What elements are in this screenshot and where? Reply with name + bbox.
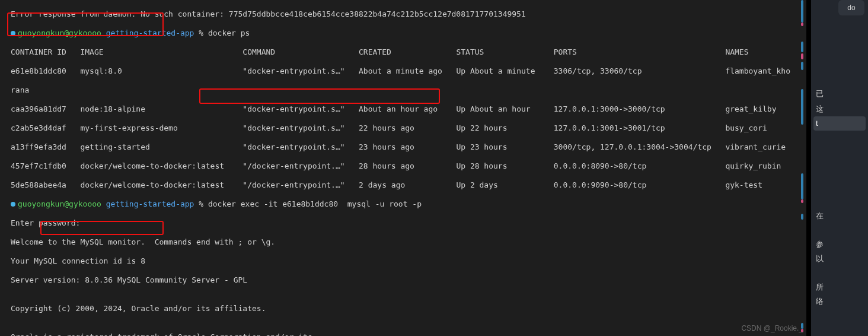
minimap-seg xyxy=(801,173,803,199)
table-row: caa396a81dd7 node:18-alpine "docker-entr… xyxy=(11,104,806,114)
daemon-error: Error response from daemon: No such cont… xyxy=(11,9,806,19)
minimap-seg xyxy=(801,53,803,59)
tab-item[interactable]: 以 xyxy=(813,252,866,266)
tab-button-do[interactable]: do xyxy=(838,0,864,15)
minimap-seg xyxy=(801,42,803,52)
table-row: e61e8b1ddc80 mysql:8.0 "docker-entrypoin… xyxy=(11,66,806,76)
tab-item[interactable]: 所 xyxy=(813,280,866,294)
prompt-docker-exec: guoyongkun@gykoooo getting-started-app %… xyxy=(11,199,806,209)
prompt-docker-ps: guoyongkun@gykoooo getting-started-app %… xyxy=(11,28,806,38)
tab-item[interactable]: 参 xyxy=(813,237,866,252)
table-row: a13ff9efa3dd getting-started "docker-ent… xyxy=(11,142,806,152)
mysql-out: Copyright (c) 2000, 2024, Oracle and/or … xyxy=(11,304,806,313)
tab-item[interactable]: 已 xyxy=(813,87,866,101)
minimap-seg xyxy=(801,23,803,26)
tab-item[interactable]: 在 xyxy=(813,209,866,223)
minimap-seg xyxy=(801,214,803,220)
table-row: c2ab5e3d4daf my-first-express-demo "dock… xyxy=(11,123,806,133)
minimap-seg xyxy=(801,89,803,125)
mysql-out: Oracle is a registered trademark of Orac… xyxy=(11,332,806,336)
tab-item[interactable]: 络 xyxy=(813,294,866,309)
tab-item[interactable]: 这 xyxy=(813,102,866,116)
watermark: CSDN @_Rookie._ xyxy=(741,324,803,332)
right-tab-strip: do 已 这 t 在 参 以 所 络 xyxy=(811,0,868,336)
mysql-out: Welcome to the MySQL monitor. Commands e… xyxy=(11,237,806,247)
table-row: 457ef7c1fdb0 docker/welcome-to-docker:la… xyxy=(11,161,806,171)
mysql-out: Your MySQL connection id is 8 xyxy=(11,256,806,266)
table-row: 5de588abee4a docker/welcome-to-docker:la… xyxy=(11,180,806,190)
mysql-out: Server version: 8.0.36 MySQL Community S… xyxy=(11,275,806,285)
terminal-pane[interactable]: Error response from daemon: No such cont… xyxy=(0,0,806,336)
minimap-column[interactable] xyxy=(799,0,806,336)
minimap-seg xyxy=(801,62,803,70)
mysql-out: Enter password: xyxy=(11,218,806,228)
ps-header: CONTAINER ID IMAGE COMMAND CREATED STATU… xyxy=(11,47,806,57)
tab-item-active[interactable]: t xyxy=(813,116,866,131)
table-row-overflow: rana xyxy=(11,85,806,95)
minimap-seg xyxy=(801,0,803,23)
minimap-seg xyxy=(801,199,803,203)
